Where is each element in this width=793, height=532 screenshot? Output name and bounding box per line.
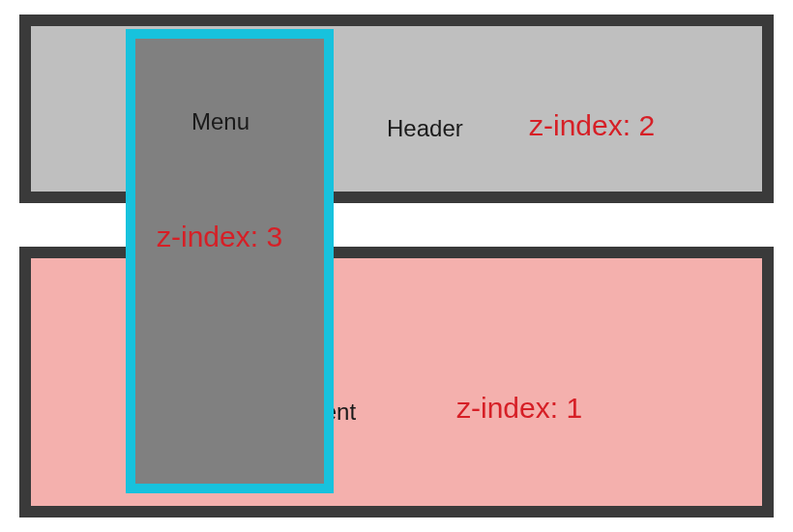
content-zindex-label: z-index: 1 (456, 392, 582, 425)
header-label: Header (387, 115, 463, 142)
header-zindex-label: z-index: 2 (529, 109, 655, 142)
menu-layer: Menu z-index: 3 (126, 29, 334, 493)
menu-label: Menu (191, 108, 250, 135)
z-index-diagram: Content z-index: 1 Header z-index: 2 Men… (0, 0, 793, 532)
menu-zindex-label: z-index: 3 (157, 221, 282, 253)
